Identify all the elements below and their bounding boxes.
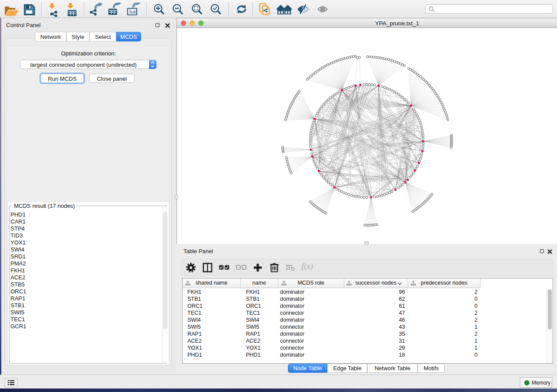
svg-text:f(x): f(x) — [301, 261, 313, 271]
